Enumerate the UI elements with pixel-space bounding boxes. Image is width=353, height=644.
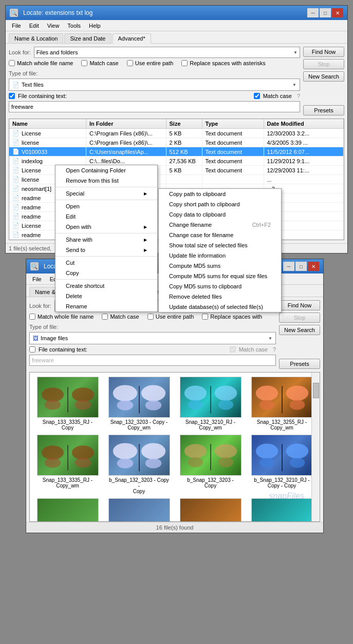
svg-point-35 (255, 443, 277, 459)
svg-point-13 (218, 400, 233, 410)
ctx-rename[interactable]: Rename (55, 301, 157, 311)
match-case-checkbox2[interactable] (102, 314, 108, 320)
replace-spaces-checkbox[interactable] (181, 60, 188, 66)
replace-spaces-row2: Replace spaces with (202, 314, 262, 320)
submenu-copy-md5[interactable]: Copy MD5 sums to clipboard (159, 281, 281, 291)
col-date[interactable]: Date Modified (264, 119, 344, 128)
use-entire-path-checkbox2[interactable] (147, 314, 154, 320)
cell-size: 512 KB (166, 147, 202, 156)
list-item[interactable]: Snap_133_3335_RJ -Copy_wm (34, 435, 101, 494)
submenu-copy-short-path[interactable]: Copy short path to clipboard (159, 199, 281, 209)
list-item[interactable]: Snap_132_3255_RJ -Copy_wm (248, 377, 315, 431)
ctx-remove-from-list[interactable]: Remove from this list (55, 175, 157, 186)
submenu-compute-md5[interactable]: Compute MD5 sums (159, 261, 281, 271)
submenu-update-database[interactable]: Update database(s) of selected file(s) (159, 302, 281, 312)
list-item[interactable]: b_Snap_132_3203 -Copy (177, 435, 244, 494)
find-now-button2[interactable]: Find Now (279, 300, 320, 310)
image-thumb (108, 435, 170, 476)
menu-help[interactable]: Help (85, 22, 105, 30)
action-buttons2: Find Now Stop New Search Presets (279, 300, 320, 369)
table-row[interactable]: 📄license C:\Program Files (x86)\... 2 KB… (9, 138, 344, 147)
submenu-remove-deleted[interactable]: Remove deleted files (159, 291, 281, 302)
presets-button[interactable]: Presets (303, 105, 344, 115)
maximize-button2[interactable]: □ (295, 262, 307, 271)
list-item[interactable]: Snap_132_3203 - Copy -Copy_wm (105, 377, 173, 431)
ctx-delete[interactable]: Delete (55, 291, 157, 301)
col-size[interactable]: Size (166, 119, 202, 128)
freeware-input-row (9, 101, 300, 112)
ctx-edit[interactable]: Edit (55, 211, 157, 222)
replace-spaces-checkbox2[interactable] (202, 314, 208, 320)
freeware-input2[interactable] (29, 355, 276, 366)
stop-button2[interactable]: Stop (279, 313, 320, 323)
find-now-button[interactable]: Find Now (303, 47, 344, 57)
col-type[interactable]: Type (202, 119, 264, 128)
table-row[interactable]: 📄V0100033 C:\Users\snapfiles\Ap... 512 K… (9, 147, 344, 157)
menu-edit[interactable]: Edit (25, 22, 43, 30)
maximize-button[interactable]: □ (320, 8, 331, 17)
stop-button[interactable]: Stop (303, 59, 344, 69)
menu-tools[interactable]: Tools (63, 22, 85, 30)
list-item[interactable]: Snap_132_3210_RJ -Copy_wm (177, 377, 244, 431)
use-entire-path-checkbox[interactable] (127, 60, 133, 66)
ctx-special[interactable]: Special (55, 188, 157, 199)
col-folder[interactable]: In Folder (86, 119, 166, 128)
tab-advanced[interactable]: Advanced* (113, 33, 151, 44)
ctx-open[interactable]: Open (55, 201, 157, 211)
file-containing-checkbox2[interactable] (29, 346, 35, 353)
lookfor-dropdown[interactable]: Files and folders ▼ (34, 47, 300, 58)
file-icon: 📄 (12, 176, 20, 183)
submenu-change-case[interactable]: Change case for filename (159, 230, 281, 240)
ctx-open-containing-folder[interactable]: Open Containing Folder (55, 165, 157, 175)
ctx-create-shortcut[interactable]: Create shortcut (55, 281, 157, 291)
presets-button2[interactable]: Presets (279, 359, 320, 369)
menu-view[interactable]: View (43, 22, 64, 30)
ctx-share-with[interactable]: Share with (55, 235, 157, 245)
ctx-open-with[interactable]: Open with (55, 222, 157, 232)
titlebar-buttons: ─ □ ✕ (307, 8, 343, 17)
new-search-button2[interactable]: New Search (279, 325, 320, 335)
ctx-cut[interactable]: Cut (55, 258, 157, 268)
new-search-button[interactable]: New Search (303, 71, 344, 82)
list-item[interactable]: Snap_133_3335_RJ -Copy (34, 377, 101, 431)
file-containing-checkbox[interactable] (9, 93, 15, 99)
submenu-copy-path[interactable]: Copy path to clipboard (159, 189, 281, 199)
svg-point-27 (117, 458, 133, 469)
submenu-compute-md5-equal[interactable]: Compute MD5 sums for equal size files (159, 271, 281, 281)
match-whole-name-row2: Match whole file name (29, 314, 94, 320)
submenu-copy-data[interactable]: Copy data to clipboard (159, 209, 281, 220)
col-name[interactable]: Name (9, 119, 86, 128)
list-item[interactable] (105, 498, 173, 521)
list-item[interactable] (248, 498, 315, 521)
list-item[interactable] (177, 498, 244, 521)
list-item[interactable]: b_Snap_132_3203 - Copy -Copy (105, 435, 173, 494)
tab-name-location[interactable]: Name & Location (9, 33, 63, 43)
list-item[interactable] (34, 498, 101, 521)
ctx-copy[interactable]: Copy (55, 268, 157, 278)
match-whole-name-checkbox2[interactable] (29, 314, 35, 320)
submenu-show-total-size[interactable]: Show total size of selected files (159, 240, 281, 250)
file-match-case-checkbox[interactable] (254, 93, 260, 99)
type-of-file-dropdown[interactable]: 📄 Text files ▼ (9, 79, 300, 91)
minimize-button2[interactable]: ─ (283, 262, 294, 271)
tab-size-date[interactable]: Size and Date (64, 33, 111, 43)
minimize-button[interactable]: ─ (307, 8, 319, 17)
match-whole-name-checkbox[interactable] (9, 60, 15, 66)
table-row[interactable]: 📄License C:\Program Files (x86)\... 5 KB… (9, 129, 344, 138)
match-case-checkbox[interactable] (81, 60, 87, 66)
svg-point-0 (41, 387, 63, 402)
scrollbar[interactable] (311, 373, 320, 521)
menu2-file[interactable]: File (28, 275, 46, 283)
submenu-change-filename[interactable]: Change filename Ctrl+F2 (159, 220, 281, 230)
submenu-update-file-info[interactable]: Update file information (159, 250, 281, 261)
butterfly-svg (38, 377, 98, 418)
ctx-send-to[interactable]: Send to (55, 245, 157, 255)
close-button[interactable]: ✕ (332, 8, 343, 17)
scrollbar-thumb[interactable] (313, 383, 319, 398)
type-of-file-dropdown2[interactable]: 🖼 Image files ▼ (29, 332, 276, 344)
freeware-input[interactable] (9, 101, 300, 112)
list-item[interactable]: b_Snap_132_3210_RJ -Copy - Copy (248, 435, 315, 494)
close-button2[interactable]: ✕ (308, 262, 319, 271)
image-thumb (37, 435, 99, 476)
menu-file[interactable]: File (8, 22, 25, 30)
